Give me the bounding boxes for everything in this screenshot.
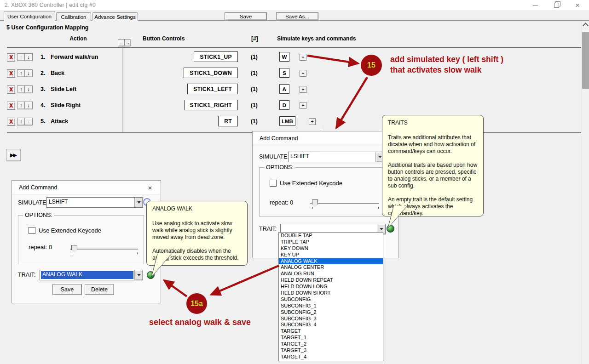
column-header-count: [#]: [251, 35, 258, 42]
delete-label: Delete: [91, 286, 108, 293]
simulated-key[interactable]: S: [279, 68, 289, 78]
save-button[interactable]: Save: [225, 12, 267, 20]
add-command-button[interactable]: +: [300, 54, 306, 61]
tooltip-title: ANALOG WALK: [152, 205, 242, 212]
button-control[interactable]: STICK1_DOWN: [184, 68, 238, 78]
dialog-delete-button[interactable]: Delete: [85, 284, 114, 295]
repeat-slider-thumb[interactable]: [71, 245, 77, 253]
dialog-close-button[interactable]: ×: [146, 184, 154, 191]
list-item[interactable]: TARGET_1: [279, 335, 383, 341]
button-control[interactable]: STICK1_RIGHT: [184, 100, 238, 110]
trait-help-icon[interactable]: [387, 225, 394, 233]
list-item[interactable]: HELD DOWN LONG: [279, 284, 383, 290]
move-down-button[interactable]: ↓: [24, 102, 33, 109]
repeat-slider-thumb[interactable]: [312, 199, 318, 207]
scrollbar-thumb[interactable]: [582, 32, 589, 89]
button-control[interactable]: STICK1_LEFT: [187, 84, 238, 94]
arrow-down-icon: ↓: [27, 55, 30, 60]
save-as-button[interactable]: Save As...: [276, 12, 318, 20]
delete-x-icon: X: [9, 71, 13, 76]
delete-row-button[interactable]: X: [7, 118, 15, 126]
annotation-note-15a: select analog walk & save: [149, 318, 251, 327]
vertical-scrollbar[interactable]: [581, 21, 589, 364]
extended-keycode-checkbox[interactable]: [270, 180, 277, 187]
column-shrink-button[interactable]: ←: [118, 39, 125, 46]
repeat-label: repeat: 0: [29, 244, 52, 250]
add-command-button[interactable]: +: [309, 118, 316, 125]
list-item[interactable]: SUBCONFIG_3: [279, 316, 383, 322]
dialog-titlebar: Add Command ×: [12, 181, 161, 194]
minimize-button[interactable]: [525, 0, 546, 10]
tab-calibration[interactable]: Calibration: [56, 12, 91, 21]
list-item[interactable]: TRIPLE TAP: [279, 239, 383, 245]
chevron-up-icon: [583, 23, 589, 28]
trait-combobox[interactable]: ANALOG WALK: [40, 270, 143, 280]
simulate-value: LSHIFT: [47, 198, 134, 207]
list-item[interactable]: TARGET_3: [279, 347, 383, 354]
extended-keycode-checkbox[interactable]: [29, 227, 35, 234]
delete-row-button[interactable]: X: [7, 69, 15, 78]
button-control[interactable]: STICK1_UP: [194, 51, 238, 62]
move-down-button[interactable]: ↓: [24, 69, 33, 77]
list-item[interactable]: ANALOG RUN: [279, 271, 383, 277]
row-number: 2.: [40, 70, 45, 76]
list-item[interactable]: ANALOG CENTER: [279, 264, 383, 271]
column-grow-button[interactable]: →: [124, 39, 131, 46]
add-command-dialog-left: Add Command × SIMULATE: LSHIFT OPTIONS: …: [12, 180, 161, 303]
tab-advance-settings[interactable]: Advance Settings: [92, 12, 138, 21]
trait-help-icon[interactable]: [147, 271, 155, 279]
step-badge-15: 15: [361, 55, 382, 76]
list-item[interactable]: SUBCONFIG: [279, 296, 383, 303]
trait-dropdown-list: DOUBLE TAP TRIPLE TAP KEY DOWN KEY UP AN…: [278, 232, 383, 361]
trait-label: TRAIT:: [18, 272, 35, 278]
list-item[interactable]: TARGET: [279, 328, 383, 335]
repeat-slider-track[interactable]: [70, 249, 138, 250]
fast-forward-button[interactable]: ▶▶: [6, 149, 21, 161]
list-item[interactable]: HELD DOWN SHORT: [279, 290, 383, 296]
list-item-selected[interactable]: ANALOG WALK: [279, 258, 383, 265]
dialog-titlebar: Add Command: [253, 131, 398, 145]
combo-drop-button[interactable]: [134, 270, 143, 280]
repeat-label: repeat: 0: [270, 199, 293, 206]
arrow-down-icon: ↓: [27, 103, 30, 108]
simulated-key[interactable]: LMB: [279, 116, 295, 126]
delete-row-button[interactable]: X: [7, 53, 15, 62]
simulate-combobox[interactable]: LSHIFT: [46, 197, 143, 208]
table-row: X ↑ ↓ 2. Back STICK1_DOWN (1) S +: [0, 67, 581, 80]
list-item[interactable]: SUBCONFIG_1: [279, 303, 383, 309]
list-item[interactable]: HELD DOWN REPEAT: [279, 277, 383, 284]
list-item[interactable]: SUBCONFIG_4: [279, 322, 383, 328]
list-item[interactable]: TARGET_2: [279, 341, 383, 347]
restore-button[interactable]: [546, 0, 567, 10]
list-item[interactable]: TARGET_4: [279, 354, 383, 360]
list-item[interactable]: KEY UP: [279, 252, 383, 258]
combo-drop-button[interactable]: [134, 198, 143, 207]
simulated-key[interactable]: A: [279, 84, 289, 94]
minimize-icon: [533, 5, 538, 6]
move-down-button[interactable]: ↓: [24, 85, 33, 93]
simulated-key[interactable]: W: [279, 52, 289, 62]
add-command-button[interactable]: +: [300, 86, 306, 93]
count-label: (1): [251, 102, 258, 108]
close-button[interactable]: ×: [567, 0, 588, 10]
action-label: Back: [51, 70, 64, 76]
tab-user-configuration[interactable]: User Configuration: [4, 11, 55, 21]
repeat-slider-track[interactable]: [310, 203, 379, 204]
extended-keycode-label: Use Extended Keycode: [39, 227, 101, 234]
simulate-combobox[interactable]: LSHIFT: [288, 152, 384, 162]
simulated-key[interactable]: D: [279, 100, 289, 110]
move-down-button[interactable]: ↓: [24, 53, 33, 61]
list-item[interactable]: SUBCONFIG_2: [279, 309, 383, 316]
list-item[interactable]: DOUBLE TAP: [279, 233, 383, 239]
list-item[interactable]: KEY DOWN: [279, 245, 383, 252]
add-command-button[interactable]: +: [300, 70, 306, 77]
delete-row-button[interactable]: X: [7, 85, 15, 94]
button-control[interactable]: RT: [218, 116, 238, 126]
dialog-save-button[interactable]: Save: [52, 284, 82, 295]
move-down-button[interactable]: ↓: [24, 118, 33, 125]
scrollbar-up-button[interactable]: [582, 21, 589, 28]
slider-tick: [72, 252, 72, 254]
count-label: (1): [251, 118, 258, 125]
add-command-button[interactable]: +: [300, 102, 306, 109]
delete-row-button[interactable]: X: [7, 102, 15, 110]
